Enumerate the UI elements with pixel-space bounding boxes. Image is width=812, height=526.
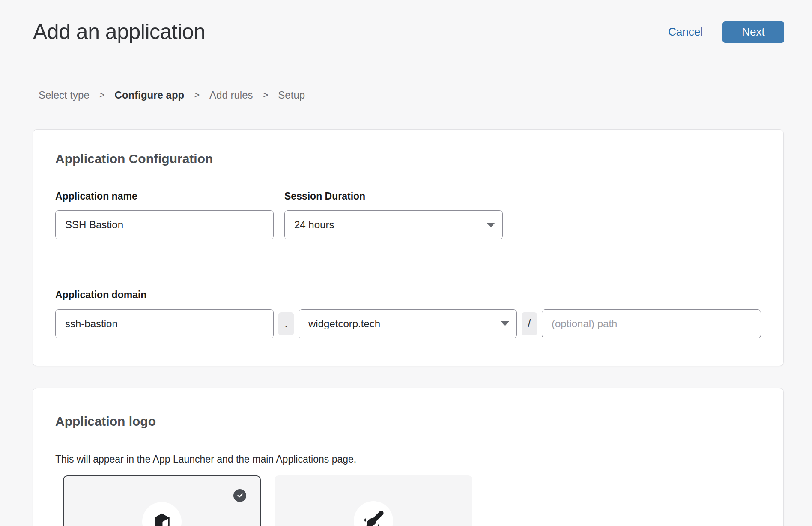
check-icon: [236, 492, 244, 499]
page-header: Add an application Cancel Next: [0, 0, 812, 45]
cancel-button[interactable]: Cancel: [668, 25, 703, 39]
logo-description: This will appear in the App Launcher and…: [55, 453, 761, 466]
breadcrumb-step-setup[interactable]: Setup: [278, 89, 305, 101]
breadcrumb-separator: >: [194, 90, 200, 101]
config-card-title: Application Configuration: [55, 151, 761, 167]
path-input[interactable]: [542, 309, 761, 338]
breadcrumb-step-select-type[interactable]: Select type: [39, 89, 90, 101]
slash-separator: /: [522, 312, 537, 335]
subdomain-input[interactable]: [55, 309, 274, 338]
selected-check-badge: [233, 489, 246, 502]
breadcrumb-step-add-rules[interactable]: Add rules: [209, 89, 253, 101]
session-duration-field: Session Duration 24 hours: [284, 191, 503, 240]
domain-select[interactable]: widgetcorp.tech: [299, 309, 517, 338]
breadcrumb-separator: >: [263, 90, 269, 101]
logo-option-custom[interactable]: [275, 475, 472, 526]
cube-icon: [142, 502, 182, 526]
chevron-down-icon: [486, 222, 496, 228]
session-duration-value: 24 hours: [294, 219, 334, 231]
logo-option-default[interactable]: [63, 475, 261, 526]
domain-select-value: widgetcorp.tech: [308, 318, 380, 330]
application-configuration-card: Application Configuration Application na…: [33, 129, 784, 366]
logo-card-title: Application logo: [55, 414, 761, 429]
page-title: Add an application: [33, 20, 205, 45]
application-logo-card: Application logo This will appear in the…: [33, 388, 784, 526]
logo-options: [63, 475, 761, 526]
header-actions: Cancel Next: [668, 21, 784, 43]
paintbrush-icon: [354, 501, 393, 526]
application-domain-field: Application domain . widgetcorp.tech /: [55, 289, 761, 338]
next-button[interactable]: Next: [722, 21, 784, 43]
application-domain-row: . widgetcorp.tech /: [55, 309, 761, 338]
breadcrumb-step-configure-app: Configure app: [115, 89, 185, 101]
application-name-input[interactable]: [55, 210, 274, 239]
dot-separator: .: [278, 312, 294, 335]
application-name-label: Application name: [55, 191, 274, 203]
breadcrumb: Select type > Configure app > Add rules …: [39, 89, 812, 101]
chevron-down-icon: [500, 321, 510, 326]
application-domain-label: Application domain: [55, 289, 761, 301]
application-name-field: Application name: [55, 191, 274, 240]
breadcrumb-separator: >: [99, 90, 105, 101]
session-duration-label: Session Duration: [284, 191, 503, 203]
session-duration-select[interactable]: 24 hours: [284, 210, 503, 239]
name-duration-row: Application name Session Duration 24 hou…: [55, 191, 761, 240]
